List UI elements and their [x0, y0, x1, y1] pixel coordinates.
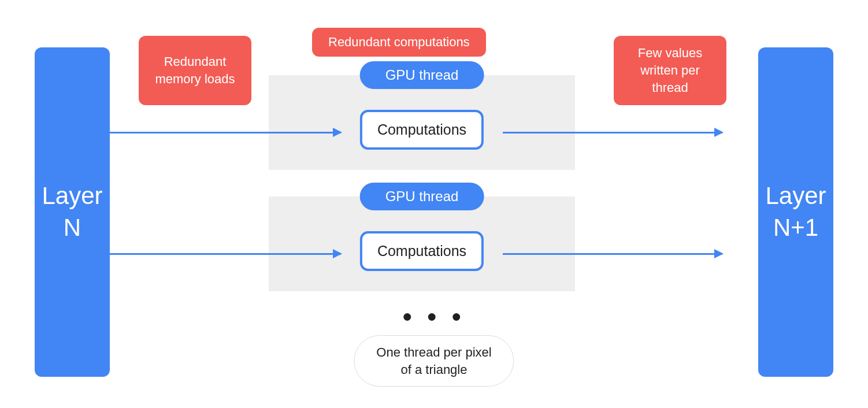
ellipsis-text: ● ● ● [402, 306, 466, 325]
annotation-redundant-memory: Redundant memory loads [139, 36, 251, 105]
computations-box-2: Computations [360, 231, 484, 271]
ellipsis-dots: ● ● ● [402, 306, 466, 326]
layer-n1-box: LayerN+1 [758, 47, 833, 377]
annotation-few-values-text: Few values written per thread [626, 44, 714, 96]
gpu-thread-pill-1: GPU thread [360, 61, 484, 89]
computations-label-1: Computations [377, 121, 466, 138]
layer-n-label: LayerN [42, 180, 102, 243]
thread-group-1: GPU thread Computations [269, 75, 575, 170]
layer-n-box: LayerN [35, 47, 110, 377]
arrow-2b [503, 253, 722, 255]
annotation-redundant-comp-text: Redundant computations [328, 34, 470, 51]
arrow-1a [110, 132, 341, 133]
computations-box-1: Computations [360, 110, 484, 150]
caption-pill: One thread per pixelof a triangle [354, 335, 514, 387]
annotation-few-values: Few values written per thread [614, 36, 726, 105]
arrow-1b [503, 132, 722, 133]
gpu-thread-pill-2: GPU thread [360, 183, 484, 210]
annotation-redundant-comp: Redundant computations [312, 28, 486, 57]
thread-group-2: GPU thread Computations [269, 196, 575, 291]
gpu-thread-label-2: GPU thread [385, 188, 459, 204]
caption-text: One thread per pixelof a triangle [376, 345, 491, 377]
annotation-redundant-memory-text: Redundant memory loads [151, 53, 239, 87]
layer-n1-label: LayerN+1 [765, 180, 826, 243]
gpu-thread-label-1: GPU thread [385, 67, 459, 83]
arrow-2a [110, 253, 341, 255]
computations-label-2: Computations [377, 243, 466, 259]
